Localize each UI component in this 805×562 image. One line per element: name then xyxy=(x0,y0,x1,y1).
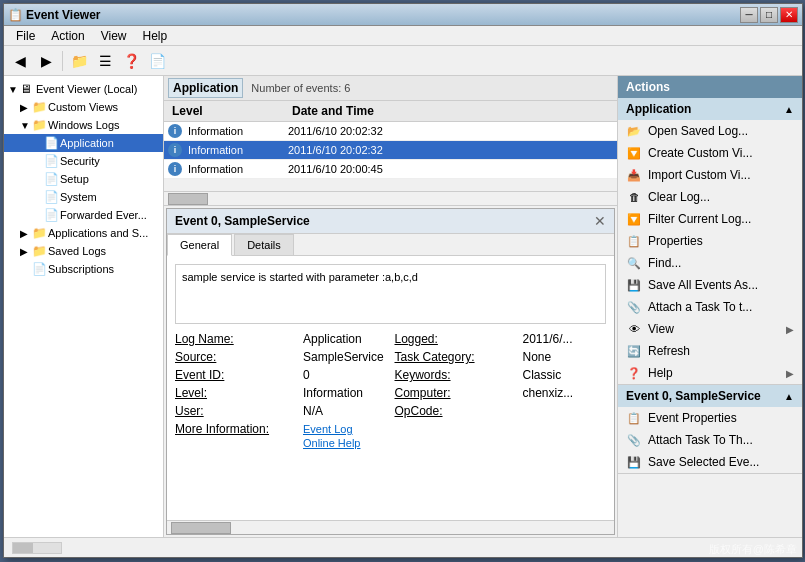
tree-item-winlogs[interactable]: ▼ 📁 Windows Logs xyxy=(4,116,163,134)
detail-hscroll-thumb[interactable] xyxy=(171,522,231,534)
tree-expand-custom[interactable]: ▶ xyxy=(20,102,32,113)
tree-item-setup[interactable]: 📄 Setup xyxy=(4,170,163,188)
action-clear-log-label: Clear Log... xyxy=(648,190,794,204)
action-open-saved-log[interactable]: 📂 Open Saved Log... xyxy=(618,120,802,142)
tree-item-application[interactable]: 📄 Application xyxy=(4,134,163,152)
tree-expand-root[interactable]: ▼ xyxy=(8,84,20,95)
tree-item-appservices[interactable]: ▶ 📁 Applications and S... xyxy=(4,224,163,242)
action-create-custom-view[interactable]: 🔽 Create Custom Vi... xyxy=(618,142,802,164)
action-save-all-events[interactable]: 💾 Save All Events As... xyxy=(618,274,802,296)
hscroll-thumb[interactable] xyxy=(168,193,208,205)
tree-item-custom[interactable]: ▶ 📁 Custom Views xyxy=(4,98,163,116)
action-attach-task[interactable]: 📎 Attach a Task To t... xyxy=(618,296,802,318)
tree-item-forwarded[interactable]: 📄 Forwarded Ever... xyxy=(4,206,163,224)
event-row-3[interactable]: i Information 2011/6/10 20:00:45 xyxy=(164,160,617,179)
action-filter-current-log[interactable]: 🔽 Filter Current Log... xyxy=(618,208,802,230)
event-list-hscroll[interactable] xyxy=(164,191,617,205)
action-refresh[interactable]: 🔄 Refresh xyxy=(618,340,802,362)
action-clear-log[interactable]: 🗑 Clear Log... xyxy=(618,186,802,208)
status-hscroll-thumb[interactable] xyxy=(13,543,33,553)
status-bar xyxy=(4,537,802,557)
tree-item-subscriptions[interactable]: 📄 Subscriptions xyxy=(4,260,163,278)
event-level-2: Information xyxy=(184,144,284,156)
action-save-selected-event[interactable]: 💾 Save Selected Eve... xyxy=(618,451,802,473)
event-row-1[interactable]: i Information 2011/6/10 20:02:32 xyxy=(164,122,617,141)
menu-file[interactable]: File xyxy=(8,27,43,45)
window-title: Event Viewer xyxy=(26,8,740,22)
log-setup-icon: 📄 xyxy=(44,172,58,186)
properties-toolbar-button[interactable]: 📄 xyxy=(145,49,169,73)
tab-details[interactable]: Details xyxy=(234,234,294,255)
action-refresh-label: Refresh xyxy=(648,344,794,358)
properties-icon: 📋 xyxy=(626,233,642,249)
source-value: SampleService xyxy=(303,350,387,364)
tree-item-savedlogs[interactable]: ▶ 📁 Saved Logs xyxy=(4,242,163,260)
back-button[interactable]: ◀ xyxy=(8,49,32,73)
action-attach-task-to-event[interactable]: 📎 Attach Task To Th... xyxy=(618,429,802,451)
action-import-custom-view-label: Import Custom Vi... xyxy=(648,168,794,182)
action-filter-current-log-label: Filter Current Log... xyxy=(648,212,794,226)
event-properties-icon: 📋 xyxy=(626,410,642,426)
event-row-2[interactable]: i Information 2011/6/10 20:02:32 xyxy=(164,141,617,160)
action-view[interactable]: 👁 View ▶ xyxy=(618,318,802,340)
log-security-icon: 📄 xyxy=(44,154,58,168)
event-icon-3: i xyxy=(168,162,182,176)
menu-action[interactable]: Action xyxy=(43,27,92,45)
action-help-label: Help xyxy=(648,366,780,380)
taskcategory-label: Task Category: xyxy=(395,350,515,364)
action-find[interactable]: 🔍 Find... xyxy=(618,252,802,274)
filter-current-log-icon: 🔽 xyxy=(626,211,642,227)
event-detail-close-button[interactable]: ✕ xyxy=(594,213,606,229)
list-button[interactable]: ☰ xyxy=(93,49,117,73)
menu-view[interactable]: View xyxy=(93,27,135,45)
tree-label-root: Event Viewer (Local) xyxy=(36,83,137,95)
action-attach-task-label: Attach a Task To t... xyxy=(648,300,794,314)
event-detail-content: sample service is started with parameter… xyxy=(167,256,614,520)
event-detail-header: Event 0, SampleService ✕ xyxy=(167,209,614,234)
event-description: sample service is started with parameter… xyxy=(175,264,606,324)
detail-hscroll[interactable] xyxy=(167,520,614,534)
logname-value: Application xyxy=(303,332,387,346)
tab-general[interactable]: General xyxy=(167,234,232,256)
status-hscroll[interactable] xyxy=(12,542,62,554)
action-open-saved-log-label: Open Saved Log... xyxy=(648,124,794,138)
event-level-3: Information xyxy=(184,163,284,175)
computer-value: chenxiz... xyxy=(523,386,607,400)
open-button[interactable]: 📁 xyxy=(67,49,91,73)
tree-item-root[interactable]: ▼ 🖥 Event Viewer (Local) xyxy=(4,80,163,98)
maximize-button[interactable]: □ xyxy=(760,7,778,23)
save-all-events-icon: 💾 xyxy=(626,277,642,293)
event-datetime-2: 2011/6/10 20:02:32 xyxy=(284,144,613,156)
tree-item-system[interactable]: 📄 System xyxy=(4,188,163,206)
tree-expand-savedlogs[interactable]: ▶ xyxy=(20,246,32,257)
action-import-custom-view[interactable]: 📥 Import Custom Vi... xyxy=(618,164,802,186)
tree-expand-winlogs[interactable]: ▼ xyxy=(20,120,32,131)
window-controls: ─ □ ✕ xyxy=(740,7,798,23)
forward-button[interactable]: ▶ xyxy=(34,49,58,73)
action-find-label: Find... xyxy=(648,256,794,270)
tree-panel: ▼ 🖥 Event Viewer (Local) ▶ 📁 Custom View… xyxy=(4,76,164,537)
actions-section-event-header[interactable]: Event 0, SampleService ▲ xyxy=(618,385,802,407)
opcode-value xyxy=(523,404,607,418)
event-table: i Information 2011/6/10 20:02:32 i Infor… xyxy=(164,122,617,191)
actions-section-application-header[interactable]: Application ▲ xyxy=(618,98,802,120)
col-level: Level xyxy=(168,102,288,120)
help-toolbar-button[interactable]: ❓ xyxy=(119,49,143,73)
event-icon-2: i xyxy=(168,143,182,157)
event-detail-panel: Event 0, SampleService ✕ General Details… xyxy=(166,208,615,535)
action-save-selected-event-label: Save Selected Eve... xyxy=(648,455,794,469)
window-icon: 📋 xyxy=(8,8,22,22)
event-log-online-help-link[interactable]: Event Log Online Help xyxy=(303,423,360,449)
minimize-button[interactable]: ─ xyxy=(740,7,758,23)
action-save-all-events-label: Save All Events As... xyxy=(648,278,794,292)
tree-item-security[interactable]: 📄 Security xyxy=(4,152,163,170)
action-properties[interactable]: 📋 Properties xyxy=(618,230,802,252)
action-event-properties[interactable]: 📋 Event Properties xyxy=(618,407,802,429)
tree-label-security: Security xyxy=(60,155,100,167)
eventid-value: 0 xyxy=(303,368,387,382)
status-scrollbar-container xyxy=(12,542,794,554)
tree-expand-appservices[interactable]: ▶ xyxy=(20,228,32,239)
action-help[interactable]: ❓ Help ▶ xyxy=(618,362,802,384)
menu-help[interactable]: Help xyxy=(135,27,176,45)
close-button[interactable]: ✕ xyxy=(780,7,798,23)
